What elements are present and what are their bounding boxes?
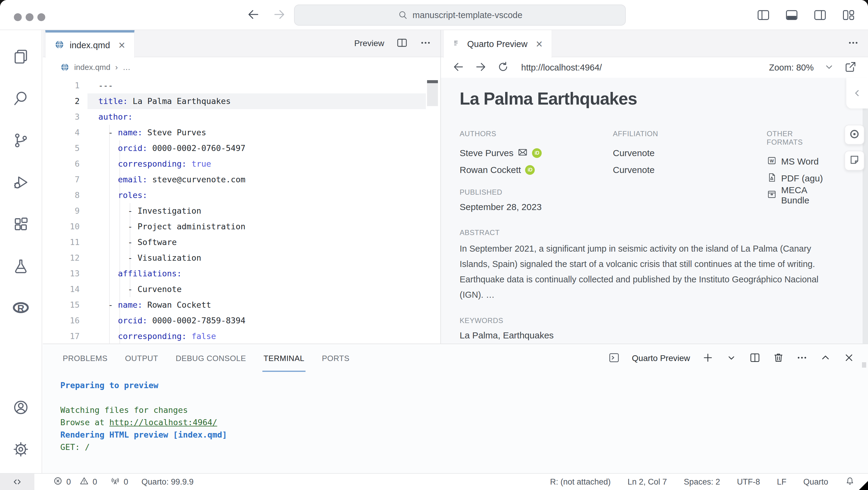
editor-scrollbar[interactable] xyxy=(427,83,438,106)
panel-tab-debug-console[interactable]: DEBUG CONSOLE xyxy=(176,344,246,372)
mail-icon[interactable] xyxy=(518,147,528,159)
search-sidebar-icon[interactable] xyxy=(0,77,42,119)
account-icon[interactable] xyxy=(0,386,42,428)
run-debug-icon[interactable] xyxy=(0,161,42,203)
toc-eye-button[interactable] xyxy=(844,125,864,145)
code-line[interactable]: 10 - Project administration xyxy=(43,219,440,234)
extensions-icon[interactable] xyxy=(0,203,42,245)
indentation-status[interactable]: Spaces: 2 xyxy=(684,477,720,487)
explorer-icon[interactable] xyxy=(0,36,42,77)
notifications-bell-icon[interactable] xyxy=(845,476,855,488)
history-forward-icon[interactable] xyxy=(273,8,286,22)
code-line[interactable]: 8 roles: xyxy=(43,188,440,203)
toggle-panel-icon[interactable] xyxy=(785,8,799,23)
r-status[interactable]: R: (not attached) xyxy=(550,477,611,487)
code-line[interactable]: 9 - Investigation xyxy=(43,203,440,219)
code-text: author: xyxy=(80,109,133,125)
panel-tab-terminal[interactable]: TERMINAL xyxy=(264,344,304,372)
collapse-panel-button[interactable] xyxy=(846,78,868,108)
panel-more-icon[interactable] xyxy=(796,352,808,365)
line-number: 15 xyxy=(43,297,80,313)
preview-forward-icon[interactable] xyxy=(475,61,487,74)
close-tab-icon[interactable]: × xyxy=(536,38,542,50)
open-external-icon[interactable] xyxy=(844,61,857,74)
line-number: 16 xyxy=(43,313,80,328)
breadcrumb-separator: › xyxy=(115,63,118,72)
new-terminal-icon[interactable] xyxy=(702,352,714,365)
code-line[interactable]: 16 orcid: 0000-0002-7859-8394 xyxy=(43,313,440,328)
close-window-button[interactable] xyxy=(14,13,22,21)
zoom-window-button[interactable] xyxy=(37,13,45,21)
notes-button[interactable] xyxy=(844,151,864,170)
code-line[interactable]: 3author: xyxy=(43,109,440,125)
kill-terminal-icon[interactable] xyxy=(773,352,784,365)
minimize-window-button[interactable] xyxy=(26,13,33,21)
split-terminal-icon[interactable] xyxy=(749,352,761,365)
terminal-link[interactable]: http://localhost:4964/ xyxy=(110,418,217,427)
cursor-position[interactable]: Ln 2, Col 7 xyxy=(628,477,667,487)
remote-indicator[interactable] xyxy=(0,474,34,490)
format-link[interactable]: W MS Word xyxy=(767,153,829,170)
more-actions-icon[interactable] xyxy=(420,37,431,50)
svg-text:R: R xyxy=(17,302,25,314)
language-mode[interactable]: Quarto xyxy=(803,477,828,487)
panel-tab-ports[interactable]: PORTS xyxy=(322,344,349,372)
ports-status[interactable]: 0 xyxy=(111,476,128,488)
quarto-version-status[interactable]: Quarto: 99.9.9 xyxy=(142,477,194,487)
qmd-file-icon xyxy=(55,40,64,51)
tab-quarto-preview[interactable]: Quarto Preview × xyxy=(443,30,552,58)
history-back-icon[interactable] xyxy=(247,8,260,22)
code-editor[interactable]: 1---2title: La Palma Earthquakes3author:… xyxy=(43,78,440,344)
code-line[interactable]: 14 - Curvenote xyxy=(43,282,440,297)
code-line[interactable]: 6 corresponding: true xyxy=(43,156,440,172)
close-tab-icon[interactable]: × xyxy=(119,39,125,51)
preview-refresh-icon[interactable] xyxy=(497,61,509,74)
code-line[interactable]: 12 - Visualization xyxy=(43,250,440,266)
tab-index-qmd[interactable]: index.qmd × xyxy=(45,30,134,58)
terminal-output[interactable]: Preparing to preview Watching files for … xyxy=(60,379,859,453)
encoding-status[interactable]: UTF-8 xyxy=(737,477,760,487)
code-line[interactable]: 5 orcid: 0000-0002-0760-5497 xyxy=(43,140,440,156)
zoom-level[interactable]: Zoom: 80% xyxy=(769,63,814,73)
toggle-primary-sidebar-icon[interactable] xyxy=(756,8,770,23)
code-line[interactable]: 13 affiliations: xyxy=(43,266,440,282)
terminal-dropdown-icon[interactable] xyxy=(726,352,737,365)
settings-gear-icon[interactable] xyxy=(0,428,42,470)
terminal-scrollbar[interactable] xyxy=(862,362,866,368)
breadcrumb[interactable]: index.qmd › … xyxy=(43,57,440,77)
chevron-down-icon[interactable] xyxy=(824,62,834,73)
preview-back-icon[interactable] xyxy=(453,61,464,74)
r-language-icon[interactable]: R xyxy=(0,287,42,329)
maximize-panel-icon[interactable] xyxy=(820,352,831,365)
preview-url[interactable]: http://localhost:4964/ xyxy=(521,63,602,73)
code-line[interactable]: 4 - name: Steve Purves xyxy=(43,125,440,140)
close-panel-icon[interactable] xyxy=(843,352,855,365)
testing-icon[interactable] xyxy=(0,245,42,287)
code-line[interactable]: 11 - Software xyxy=(43,234,440,250)
abstract-section: ABSTRACT In September 2021, a significan… xyxy=(460,228,826,302)
panel-tab-problems[interactable]: PROBLEMS xyxy=(63,344,108,372)
terminal-name[interactable]: Quarto Preview xyxy=(632,354,690,363)
panel-tab-output[interactable]: OUTPUT xyxy=(125,344,158,372)
code-line[interactable]: 15 - name: Rowan Cockett xyxy=(43,297,440,313)
code-line[interactable]: 7 email: steve@curvenote.com xyxy=(43,172,440,188)
orcid-icon[interactable]: iD xyxy=(532,148,542,158)
customize-layout-icon[interactable] xyxy=(841,8,855,23)
code-line[interactable]: 17 corresponding: false xyxy=(43,328,440,344)
code-line[interactable]: 1--- xyxy=(43,78,440,93)
problems-status[interactable]: 0 0 xyxy=(53,476,97,488)
preview-scrollbar[interactable] xyxy=(863,78,868,344)
source-control-icon[interactable] xyxy=(0,119,42,161)
toggle-secondary-sidebar-icon[interactable] xyxy=(813,8,827,23)
orcid-icon[interactable]: iD xyxy=(525,165,535,175)
eol-status[interactable]: LF xyxy=(777,477,786,487)
preview-action-label[interactable]: Preview xyxy=(354,39,384,48)
format-link[interactable]: MECA Bundle xyxy=(767,187,829,204)
more-actions-icon[interactable] xyxy=(847,37,859,50)
code-line[interactable]: 2title: La Palma Earthquakes xyxy=(43,93,440,109)
split-editor-icon[interactable] xyxy=(396,37,408,50)
breadcrumb-file[interactable]: index.qmd xyxy=(74,63,111,72)
command-center-search[interactable]: manuscript-template-vscode xyxy=(294,4,626,26)
format-link[interactable]: PDF (agu) xyxy=(767,170,829,187)
breadcrumb-more[interactable]: … xyxy=(123,63,131,72)
